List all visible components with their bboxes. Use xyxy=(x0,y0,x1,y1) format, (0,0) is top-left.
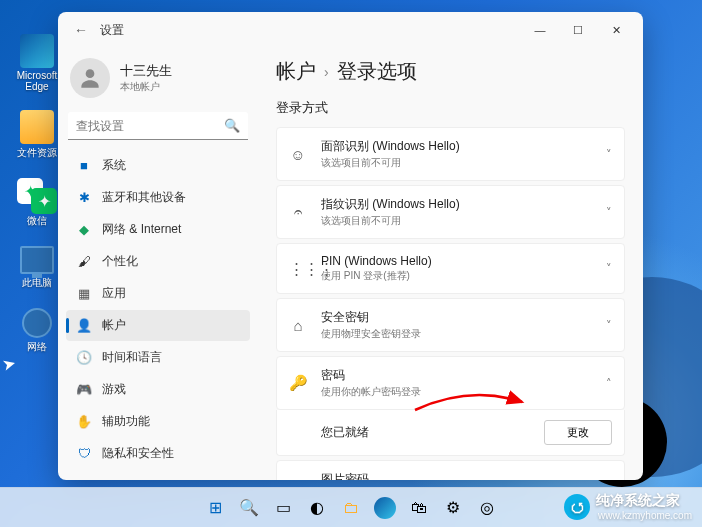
desktop-icon-network[interactable]: 网络 xyxy=(12,308,62,354)
search-input[interactable] xyxy=(68,112,248,140)
nav-icon: ◆ xyxy=(76,222,92,238)
pc-icon xyxy=(20,246,54,274)
chevron-down-icon: ˅ xyxy=(606,319,612,332)
avatar-icon xyxy=(70,58,110,98)
settings-window: ← 设置 — ☐ ✕ 十三先生 本地帐户 🔍 ■系统✱蓝牙和其他设备◆网络 xyxy=(58,12,643,480)
signin-option-3[interactable]: ⌂安全密钥使用物理安全密钥登录˅ xyxy=(276,298,625,352)
desktop-icon-label: 微信 xyxy=(27,214,47,228)
search-box[interactable]: 🔍 xyxy=(68,112,248,140)
nav-list: ■系统✱蓝牙和其他设备◆网络 & Internet🖌个性化▦应用👤帐户🕓时间和语… xyxy=(66,150,250,472)
watermark: ⭯ 纯净系统之家 www.kzmyhome.com xyxy=(564,492,692,521)
option-title: 图片密码 xyxy=(321,471,592,480)
key-icon: 🔑 xyxy=(289,374,307,392)
desktop-icon-folder[interactable]: 文件资源 xyxy=(12,110,62,160)
option-subtitle: 使用你的帐户密码登录 xyxy=(321,385,592,399)
change-button[interactable]: 更改 xyxy=(544,420,612,445)
task-view-icon[interactable]: ▭ xyxy=(269,494,297,522)
nav-icon: 🛡 xyxy=(76,446,92,462)
taskbar-edge-icon[interactable] xyxy=(371,494,399,522)
widgets-icon[interactable]: ◐ xyxy=(303,494,331,522)
sidebar-item-2[interactable]: ◆网络 & Internet xyxy=(66,214,250,245)
signin-option-2[interactable]: ⋮⋮⋮PIN (Windows Hello)使用 PIN 登录(推荐)˅ xyxy=(276,243,625,294)
signin-option-0[interactable]: ☺面部识别 (Windows Hello)该选项目前不可用˅ xyxy=(276,127,625,181)
sidebar-item-1[interactable]: ✱蓝牙和其他设备 xyxy=(66,182,250,213)
option-subtitle: 使用物理安全密钥登录 xyxy=(321,327,592,341)
option-title: PIN (Windows Hello) xyxy=(321,254,592,268)
close-button[interactable]: ✕ xyxy=(597,15,635,45)
sidebar-item-0[interactable]: ■系统 xyxy=(66,150,250,181)
nav-icon: 🖌 xyxy=(76,254,92,270)
picture-icon: ▦ xyxy=(289,478,307,480)
edge-icon xyxy=(20,34,54,68)
start-button[interactable]: ⊞ xyxy=(201,494,229,522)
nav-label: 个性化 xyxy=(102,253,138,270)
maximize-button[interactable]: ☐ xyxy=(559,15,597,45)
minimize-button[interactable]: — xyxy=(521,15,559,45)
option-title: 密码 xyxy=(321,367,592,384)
desktop-icon-thispc[interactable]: 此电脑 xyxy=(12,246,62,290)
desktop-icon-label: 文件资源 xyxy=(17,146,57,160)
desktop-icon-wechat[interactable]: ✦✦ 微信 xyxy=(12,178,62,228)
sidebar-item-3[interactable]: 🖌个性化 xyxy=(66,246,250,277)
chevron-down-icon: ˅ xyxy=(606,148,612,161)
signin-option-1[interactable]: 𝄐指纹识别 (Windows Hello)该选项目前不可用˅ xyxy=(276,185,625,239)
desktop-icon-label: 网络 xyxy=(27,340,47,354)
chevron-right-icon: › xyxy=(324,64,329,80)
user-type: 本地帐户 xyxy=(120,80,172,94)
sidebar-item-7[interactable]: 🎮游戏 xyxy=(66,374,250,405)
titlebar[interactable]: ← 设置 — ☐ ✕ xyxy=(58,12,643,48)
nav-label: 隐私和安全性 xyxy=(102,445,174,462)
nav-icon: 🕓 xyxy=(76,350,92,366)
desktop-icon-label: Microsoft Edge xyxy=(12,70,62,92)
nav-icon: ✋ xyxy=(76,414,92,430)
nav-label: 帐户 xyxy=(102,317,126,334)
option-subtitle: 该选项目前不可用 xyxy=(321,214,592,228)
option-subtitle: 使用 PIN 登录(推荐) xyxy=(321,269,592,283)
sidebar-item-5[interactable]: 👤帐户 xyxy=(66,310,250,341)
back-button[interactable]: ← xyxy=(66,22,96,38)
user-block[interactable]: 十三先生 本地帐户 xyxy=(66,52,250,110)
network-icon xyxy=(22,308,52,338)
option-password[interactable]: 🔑 密码 使用你的帐户密码登录 ˄ xyxy=(276,356,625,410)
breadcrumb-current: 登录选项 xyxy=(337,58,417,85)
taskbar-search-icon[interactable]: 🔍 xyxy=(235,494,263,522)
taskbar-settings-icon[interactable]: ⚙ xyxy=(439,494,467,522)
chevron-down-icon: ˅ xyxy=(606,262,612,275)
svg-point-0 xyxy=(86,69,95,78)
sidebar-item-9[interactable]: 🛡隐私和安全性 xyxy=(66,438,250,469)
watermark-url: www.kzmyhome.com xyxy=(598,510,692,521)
search-icon: 🔍 xyxy=(224,118,240,133)
option-title: 指纹识别 (Windows Hello) xyxy=(321,196,592,213)
mouse-cursor: ➤ xyxy=(0,354,17,376)
desktop-icon-edge[interactable]: Microsoft Edge xyxy=(12,34,62,92)
sidebar-item-10[interactable]: ↻Windows 更新 xyxy=(66,470,250,472)
nav-icon: 👤 xyxy=(76,318,92,334)
sidebar: 十三先生 本地帐户 🔍 ■系统✱蓝牙和其他设备◆网络 & Internet🖌个性… xyxy=(58,48,258,480)
main-content: 帐户 › 登录选项 登录方式 ☺面部识别 (Windows Hello)该选项目… xyxy=(258,48,643,480)
nav-label: 应用 xyxy=(102,285,126,302)
password-status: 您已就绪 xyxy=(321,424,530,441)
user-name: 十三先生 xyxy=(120,62,172,80)
option-title: 面部识别 (Windows Hello) xyxy=(321,138,592,155)
option-icon: ⋮⋮⋮ xyxy=(289,260,307,278)
sidebar-item-4[interactable]: ▦应用 xyxy=(66,278,250,309)
option-icon: ☺ xyxy=(289,146,307,163)
option-icon: 𝄐 xyxy=(289,203,307,221)
section-title: 登录方式 xyxy=(276,99,625,117)
breadcrumb-parent[interactable]: 帐户 xyxy=(276,58,316,85)
sidebar-item-8[interactable]: ✋辅助功能 xyxy=(66,406,250,437)
store-icon[interactable]: 🛍 xyxy=(405,494,433,522)
option-picture-password[interactable]: ▦ 图片密码 轻扫并点击你最喜爱的照片以解锁设备 ˅ xyxy=(276,460,625,480)
nav-icon: ✱ xyxy=(76,190,92,206)
sidebar-item-6[interactable]: 🕓时间和语言 xyxy=(66,342,250,373)
explorer-icon[interactable]: 🗀 xyxy=(337,494,365,522)
option-title: 安全密钥 xyxy=(321,309,592,326)
nav-label: 游戏 xyxy=(102,381,126,398)
nav-label: 蓝牙和其他设备 xyxy=(102,189,186,206)
nav-icon: ■ xyxy=(76,158,92,174)
taskbar-app-icon[interactable]: ◎ xyxy=(473,494,501,522)
nav-icon: 🎮 xyxy=(76,382,92,398)
watermark-logo-icon: ⭯ xyxy=(564,494,590,520)
desktop-icons: Microsoft Edge 文件资源 ✦✦ 微信 此电脑 网络 xyxy=(12,34,62,354)
folder-icon xyxy=(20,110,54,144)
